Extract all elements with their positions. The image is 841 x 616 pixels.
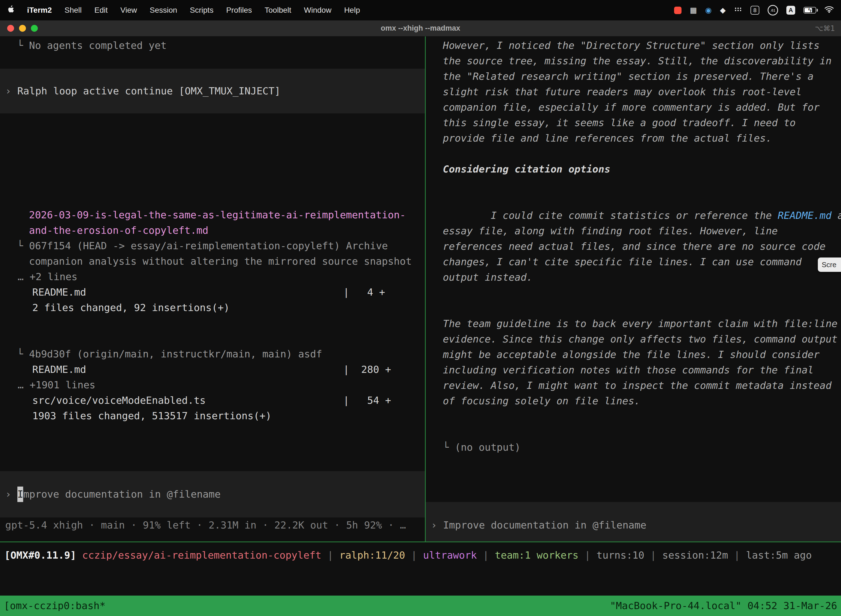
ran-git-log-line: •Ran git log --oneline --decorate -n 5 -… bbox=[0, 331, 425, 346]
blue-app-icon[interactable]: ◉ bbox=[705, 7, 712, 14]
terminal: └ No agents completed yet ›Ralph loop ac… bbox=[0, 37, 841, 616]
input-ghost-text: mprove documentation in @filename bbox=[23, 487, 220, 502]
thinking-heading: Considering citation options bbox=[426, 161, 841, 177]
show-stat-line: README.md | 4 + bbox=[0, 285, 425, 300]
menu-bar-status-icons: ▦ ◉ ◆ 8 .61 A ϟ bbox=[674, 5, 834, 15]
show-commit-line-2: companion analysis without altering the … bbox=[0, 254, 425, 269]
battery-icon[interactable]: ϟ bbox=[803, 7, 816, 13]
prompt-input[interactable]: ›Improve documentation in @filename bbox=[426, 502, 841, 541]
omx-team: team:1 workers bbox=[495, 550, 578, 561]
input-source-icon[interactable]: A bbox=[786, 6, 795, 15]
menu-item-view[interactable]: View bbox=[120, 6, 137, 15]
menu-item-toolbelt[interactable]: Toolbelt bbox=[265, 6, 292, 15]
ran-git-status-line: •Ran git status --short bbox=[426, 424, 841, 440]
menu-item-help[interactable]: Help bbox=[344, 6, 360, 15]
text-cursor: I bbox=[18, 487, 23, 502]
menu-item-session[interactable]: Session bbox=[149, 6, 177, 15]
prompt-chevron-icon: › bbox=[5, 84, 11, 99]
show-commit-line: └ 067f154 (HEAD -> essay/ai-reimplementa… bbox=[0, 238, 425, 254]
menu-item-edit[interactable]: Edit bbox=[94, 6, 108, 15]
key-8-icon[interactable]: 8 bbox=[750, 6, 759, 15]
charging-bolt-icon: ϟ bbox=[807, 7, 812, 14]
omx-turns: turns:10 bbox=[596, 550, 644, 561]
ran-git-show-line: •Ran git show --stat --oneline --decorat… bbox=[0, 192, 425, 207]
show-stat-summary: 2 files changed, 92 insertions(+) bbox=[0, 300, 425, 315]
omx-ralph-counter: ralph:11/20 bbox=[339, 550, 405, 561]
omx-status-line: [OMX#0.11.9] cczip/essay/ai-reimplementa… bbox=[0, 547, 841, 563]
log-stat-line-2: src/voice/voiceModeEnabled.ts | 54 + bbox=[0, 393, 425, 408]
desktop: iTerm2 Shell Edit View Session Scripts P… bbox=[0, 0, 841, 616]
omx-last-activity: last:5m ago bbox=[746, 550, 812, 561]
show-filename-line-1: 2026-03-09-is-legal-the-same-as-legitima… bbox=[0, 207, 425, 223]
tmux-status-bar: [omx-cczip0:bash* "MacBook-Pro-44.local"… bbox=[0, 595, 841, 616]
omx-session-time: session:12m bbox=[662, 550, 728, 561]
pane-divider-horizontal bbox=[0, 541, 841, 542]
explored-list-line: └ List git ls-files bbox=[0, 145, 425, 161]
dark-app-icon[interactable]: ◆ bbox=[720, 7, 726, 14]
battery-percent-icon[interactable]: .61 bbox=[768, 5, 778, 15]
window-shortcut: ⌥⌘1 bbox=[815, 24, 835, 32]
prompt-chevron-icon: › bbox=[431, 518, 437, 533]
explored-search-line: Search 2026-03-09-is-legal-the-same-as-l… bbox=[0, 161, 425, 176]
thinking-paragraph-2: I could cite commit statistics or refere… bbox=[426, 192, 841, 301]
status-output-line: └ (no output) bbox=[426, 440, 841, 455]
prompt-chevron-icon: › bbox=[5, 487, 11, 502]
screen-record-stop-icon[interactable] bbox=[674, 7, 681, 14]
app-grid-icon[interactable] bbox=[734, 6, 742, 15]
menu-item-scripts[interactable]: Scripts bbox=[190, 6, 214, 15]
session-status-line: gpt-5.4 xhigh · main · 91% left · 2.31M … bbox=[0, 518, 425, 533]
inject-text: Ralph loop active continue [OMX_TMUX_INJ… bbox=[18, 84, 281, 99]
minimize-button[interactable] bbox=[19, 25, 26, 32]
menu-item-profiles[interactable]: Profiles bbox=[226, 6, 252, 15]
working-status-line: •Working (11m 13s • esc to interrupt) · … bbox=[0, 439, 425, 455]
inject-prompt-box[interactable]: ›Ralph loop active continue [OMX_TMUX_IN… bbox=[0, 69, 425, 113]
thinking-paragraph-1: However, I noticed the "Directory Struct… bbox=[426, 38, 841, 146]
zoom-button[interactable] bbox=[31, 25, 38, 32]
screen-share-tooltip[interactable]: Scre bbox=[818, 258, 841, 272]
menu-item-iterm2[interactable]: iTerm2 bbox=[27, 6, 52, 15]
window-title: omx --xhigh --madmax bbox=[0, 24, 841, 32]
window-title-bar: omx --xhigh --madmax ⌥⌘1 bbox=[0, 21, 841, 37]
menu-bar: iTerm2 Shell Edit View Session Scripts P… bbox=[0, 0, 841, 21]
omx-version: [OMX#0.11.9] bbox=[4, 550, 76, 561]
menu-bar-left: iTerm2 Shell Edit View Session Scripts P… bbox=[7, 5, 360, 15]
omx-mode: ultrawork bbox=[423, 550, 477, 561]
right-pane: However, I noticed the "Directory Struct… bbox=[426, 37, 841, 541]
tmux-session-window: [omx-cczip0:bash* bbox=[4, 598, 105, 613]
left-pane: └ No agents completed yet ›Ralph loop ac… bbox=[0, 37, 425, 541]
wifi-icon[interactable] bbox=[825, 6, 834, 15]
traffic-lights bbox=[7, 25, 38, 32]
agents-note: └ No agents completed yet bbox=[0, 38, 425, 53]
readme-link: README.md bbox=[778, 210, 832, 221]
show-filename-line-2: and-the-erosion-of-copyleft.md bbox=[0, 223, 425, 238]
pane-divider-vertical[interactable] bbox=[425, 37, 426, 541]
omx-branch-path: cczip/essay/ai-reimplementation-copyleft bbox=[82, 550, 321, 561]
apple-menu-icon[interactable] bbox=[7, 5, 14, 15]
log-commit-line: └ 4b9d30f (origin/main, instructkr/main,… bbox=[0, 346, 425, 362]
waiting-status-line: •Waiting for background terminal (1m 41s… bbox=[426, 471, 841, 486]
log-stat-line-1: README.md | 280 + bbox=[0, 362, 425, 377]
window-grid-icon[interactable]: ▦ bbox=[690, 7, 697, 14]
log-stat-summary: 1903 files changed, 513517 insertions(+) bbox=[0, 408, 425, 424]
tmux-host-clock: "MacBook-Pro-44.local" 04:52 31-Mar-26 bbox=[610, 598, 837, 613]
battery-nub bbox=[817, 9, 818, 12]
log-more-lines: … +1901 lines bbox=[0, 377, 425, 393]
close-button[interactable] bbox=[7, 25, 14, 32]
input-ghost-text: Improve documentation in @filename bbox=[443, 518, 646, 533]
explored-header: •Explored bbox=[0, 130, 425, 145]
menu-item-window[interactable]: Window bbox=[304, 6, 332, 15]
tooltip-text: Scre bbox=[822, 258, 836, 272]
prompt-input[interactable]: ›Improve documentation in @filename bbox=[0, 471, 425, 518]
menu-item-shell[interactable]: Shell bbox=[64, 6, 82, 15]
thinking-paragraph-3: The team guideline is to back every impo… bbox=[426, 316, 841, 409]
show-more-lines: … +2 lines bbox=[0, 269, 425, 285]
